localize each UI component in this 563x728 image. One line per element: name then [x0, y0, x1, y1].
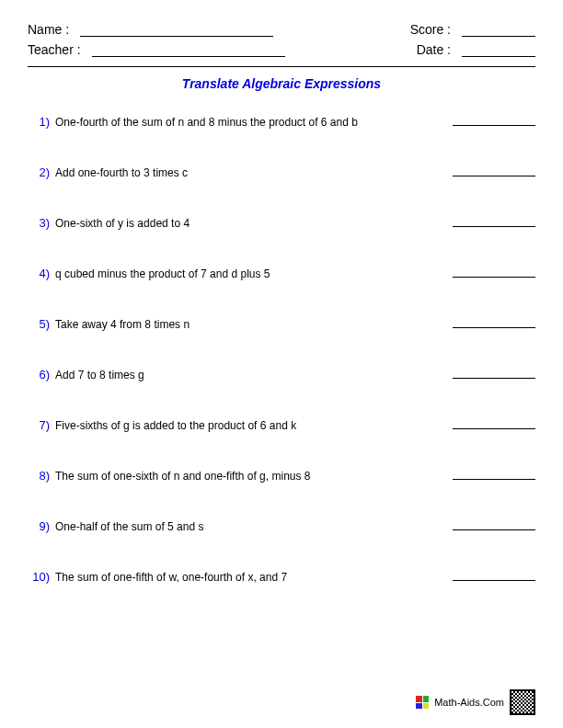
- problem-number: 1): [29, 115, 55, 129]
- problem-row: 3) One-sixth of y is added to 4: [29, 214, 535, 230]
- problem-number: 6): [29, 368, 55, 381]
- problem-number: 8): [29, 469, 55, 483]
- answer-input-line[interactable]: [453, 113, 535, 126]
- answer-input-line[interactable]: [453, 416, 535, 429]
- answer-input-line[interactable]: [453, 467, 535, 480]
- answer-input-line[interactable]: [453, 568, 535, 581]
- date-input-line[interactable]: [462, 42, 535, 57]
- problem-row: 7) Five-sixths of g is added to the prod…: [29, 416, 535, 432]
- qr-code-icon: [510, 689, 535, 715]
- name-label: Name :: [28, 22, 69, 37]
- worksheet-title: Translate Algebraic Expressions: [28, 76, 535, 91]
- header-row-2: Teacher : Date :: [28, 42, 535, 57]
- teacher-field: Teacher :: [28, 42, 285, 57]
- problem-number: 5): [29, 317, 55, 331]
- score-input-line[interactable]: [462, 22, 535, 37]
- footer-site: Math-Aids.Com: [434, 697, 504, 708]
- problem-number: 3): [29, 216, 55, 230]
- problem-row: 4) q cubed minus the product of 7 and d …: [29, 265, 535, 280]
- problem-text: The sum of one-sixth of n and one-fifth …: [55, 470, 443, 483]
- problem-text: q cubed minus the product of 7 and d plu…: [55, 267, 443, 280]
- problem-text: The sum of one-fifth of w, one-fourth of…: [55, 571, 443, 584]
- name-field: Name :: [28, 22, 273, 37]
- teacher-label: Teacher :: [28, 42, 81, 57]
- answer-input-line[interactable]: [453, 366, 535, 379]
- problem-text: One-sixth of y is added to 4: [55, 217, 443, 230]
- teacher-input-line[interactable]: [92, 42, 285, 57]
- footer: Math-Aids.Com: [416, 689, 535, 715]
- problem-row: 1) One-fourth of the sum of n and 8 minu…: [29, 113, 535, 129]
- problem-row: 5) Take away 4 from 8 times n: [29, 315, 535, 331]
- answer-input-line[interactable]: [453, 518, 535, 530]
- problem-number: 10): [29, 570, 55, 584]
- problem-number: 4): [29, 267, 55, 280]
- problem-number: 9): [29, 519, 55, 533]
- problem-text: Add 7 to 8 times g: [55, 369, 443, 381]
- problem-text: Five-sixths of g is added to the product…: [55, 419, 443, 432]
- problem-row: 6) Add 7 to 8 times g: [29, 366, 535, 381]
- problem-row: 9) One-half of the sum of 5 and s: [29, 518, 535, 533]
- problem-text: One-half of the sum of 5 and s: [55, 520, 443, 533]
- math-aids-icon: [416, 696, 429, 709]
- problem-number: 7): [29, 418, 55, 432]
- problem-text: Take away 4 from 8 times n: [55, 318, 443, 331]
- problem-row: 10) The sum of one-fifth of w, one-fourt…: [29, 568, 535, 584]
- name-input-line[interactable]: [80, 22, 273, 37]
- answer-input-line[interactable]: [453, 214, 535, 227]
- problem-row: 8) The sum of one-sixth of n and one-fif…: [29, 467, 535, 483]
- answer-input-line[interactable]: [453, 164, 535, 176]
- answer-input-line[interactable]: [453, 265, 535, 278]
- date-field: Date :: [417, 42, 535, 57]
- problem-text: One-fourth of the sum of n and 8 minus t…: [55, 116, 443, 129]
- answer-input-line[interactable]: [453, 315, 535, 328]
- score-label: Score :: [410, 22, 451, 37]
- problem-number: 2): [29, 165, 55, 179]
- score-field: Score :: [410, 22, 535, 37]
- header-divider: [28, 66, 535, 67]
- problem-row: 2) Add one-fourth to 3 times c: [29, 164, 535, 179]
- header-row-1: Name : Score :: [28, 22, 535, 37]
- problem-text: Add one-fourth to 3 times c: [55, 166, 443, 179]
- date-label: Date :: [417, 42, 451, 57]
- problem-list: 1) One-fourth of the sum of n and 8 minu…: [28, 113, 535, 584]
